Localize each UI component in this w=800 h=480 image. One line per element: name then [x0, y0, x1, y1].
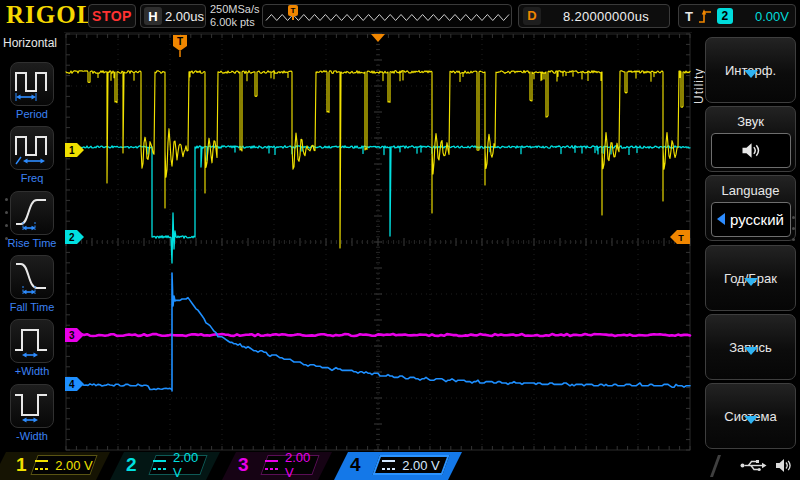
- channel-3-marker: 3: [65, 328, 84, 342]
- dc-coupling-icon: [35, 460, 48, 470]
- left-arrow-icon: [717, 213, 725, 225]
- trigger-level-marker: T: [670, 230, 690, 244]
- svg-text:T: T: [177, 36, 183, 47]
- svg-text:4: 4: [69, 379, 75, 390]
- dc-coupling-icon: [382, 460, 395, 470]
- fall-time-icon: [12, 258, 52, 296]
- ch3-trace: [66, 334, 690, 336]
- bottom-bar: 1 2.00 V 2 2.00 V 3 2.00: [0, 452, 800, 480]
- trigger-readout[interactable]: T 2 0.00V: [678, 4, 796, 28]
- page-indicator-dots: [792, 208, 795, 249]
- channel-1-number: 1: [16, 454, 27, 476]
- channel-3-tab[interactable]: 3 2.00 V: [222, 452, 332, 480]
- channel-3-number: 3: [238, 454, 249, 476]
- channel-3-scale-box: 2.00 V: [260, 455, 319, 475]
- delay-value: 8.20000000us: [547, 9, 665, 24]
- menu-item-label: Rise Time: [0, 237, 64, 249]
- menu-item-rise-time[interactable]: Rise Time: [0, 191, 64, 249]
- right-menu-title: Utility: [692, 38, 706, 134]
- timebase-value: 2.00us: [165, 9, 204, 24]
- run-state-indicator[interactable]: STOP: [88, 4, 136, 28]
- trigger-level-value: 0.00V: [738, 9, 789, 24]
- status-separator: [710, 455, 731, 477]
- menu-item-pass-fail[interactable]: Год/Брак: [705, 245, 796, 311]
- top-bar: RIGOL STOP H 2.00us 250MSa/s 6.00k pts T…: [0, 0, 800, 33]
- center-position-marker: [371, 34, 385, 42]
- menu-item-fall-time[interactable]: Fall Time: [0, 255, 64, 313]
- run-state-label: STOP: [92, 8, 132, 24]
- menu-item-system[interactable]: Система: [705, 383, 796, 449]
- usb-icon: [740, 458, 767, 473]
- left-menu: Horizontal Period: [0, 32, 64, 452]
- channel-3-scale: 2.00 V: [285, 450, 315, 480]
- memory-depth: 6.00k pts: [210, 16, 260, 29]
- status-icons: [740, 458, 792, 473]
- oscilloscope-screen: RIGOL STOP H 2.00us 250MSa/s 6.00k pts T…: [0, 0, 800, 480]
- delay-label: D: [523, 7, 541, 25]
- trigger-source-badge: 2: [717, 8, 733, 24]
- rise-time-icon: [12, 194, 52, 232]
- scope-display: 1234TT: [65, 33, 692, 452]
- svg-text:1: 1: [69, 145, 75, 156]
- page-indicator-dots: [5, 188, 8, 250]
- trigger-position-flag: T: [173, 35, 187, 57]
- menu-item-period[interactable]: Period: [0, 62, 64, 120]
- menu-item-sound[interactable]: Звук: [705, 106, 796, 172]
- menu-item-language[interactable]: Language русский: [705, 175, 796, 241]
- channel-4-scale-box: 2.00 V: [372, 455, 449, 475]
- preview-waveform: [263, 5, 511, 27]
- sample-rate: 250MSa/s: [210, 3, 260, 16]
- graticule: [66, 34, 690, 450]
- right-menu: Utility Интерф. Звук Language русский: [692, 32, 800, 455]
- dropdown-arrow-icon: [744, 416, 758, 439]
- ch4-trace: [66, 273, 690, 391]
- menu-item-plus-width[interactable]: +Width: [0, 319, 64, 377]
- waveform-preview[interactable]: T: [262, 4, 512, 28]
- dc-coupling-icon: [153, 460, 166, 470]
- freq-icon: [12, 129, 52, 167]
- channel-2-scale: 2.00 V: [173, 450, 203, 480]
- minus-width-icon: [12, 387, 52, 425]
- channel-2-scale-box: 2.00 V: [148, 455, 207, 475]
- menu-item-label: -Width: [0, 430, 64, 442]
- menu-item-label: Fall Time: [0, 301, 64, 313]
- menu-item-label: Freq: [0, 172, 64, 184]
- left-menu-title: Horizontal: [3, 36, 57, 50]
- menu-item-freq[interactable]: Freq: [0, 126, 64, 184]
- speaker-icon: [775, 458, 792, 473]
- channel-1-scale-box: 2.00 V: [30, 455, 97, 475]
- svg-text:2: 2: [69, 232, 75, 243]
- rising-edge-icon: [698, 8, 712, 25]
- preview-trigger-flag: T: [288, 5, 298, 16]
- timebase-control[interactable]: H 2.00us: [140, 4, 206, 28]
- trigger-label: T: [685, 9, 693, 24]
- channel-1-scale: 2.00 V: [55, 458, 93, 473]
- language-value: русский: [730, 211, 784, 228]
- speaker-icon: [741, 142, 761, 159]
- channel-2-tab[interactable]: 2 2.00 V: [110, 452, 220, 480]
- menu-item-label: Period: [0, 108, 64, 120]
- waveform-display: 1234TT: [65, 33, 692, 452]
- acquisition-info: 250MSa/s 6.00k pts: [210, 3, 260, 29]
- svg-text:T: T: [678, 233, 684, 243]
- channel-4-marker: 4: [65, 377, 84, 391]
- channel-2-number: 2: [126, 454, 137, 476]
- dropdown-arrow-icon: [744, 70, 758, 93]
- period-icon: [12, 65, 52, 103]
- channel-4-tab[interactable]: 4 2.00 V: [334, 452, 462, 480]
- dropdown-arrow-icon: [744, 278, 758, 301]
- plus-width-icon: [12, 322, 52, 360]
- channel-4-scale: 2.00 V: [402, 458, 440, 473]
- menu-item-record[interactable]: Запись: [705, 314, 796, 380]
- menu-item-label: +Width: [0, 365, 64, 377]
- horizontal-label: H: [144, 7, 162, 25]
- menu-item-minus-width[interactable]: -Width: [0, 384, 64, 442]
- channel-1-marker: 1: [65, 143, 84, 157]
- rigol-logo: RIGOL: [6, 1, 94, 29]
- delay-readout[interactable]: D 8.20000000us: [518, 4, 670, 28]
- dropdown-arrow-icon: [744, 347, 758, 370]
- svg-text:3: 3: [69, 330, 75, 341]
- channel-1-tab[interactable]: 1 2.00 V: [0, 452, 110, 480]
- menu-item-io[interactable]: Интерф.: [705, 37, 796, 103]
- dc-coupling-icon: [265, 460, 278, 470]
